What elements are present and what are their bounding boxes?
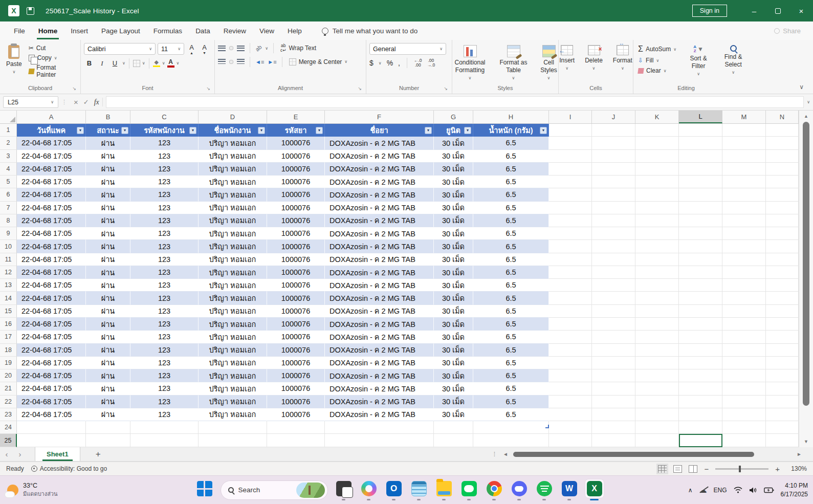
cell-J5[interactable] (592, 176, 635, 188)
cell-L15[interactable] (679, 305, 722, 318)
cell-H9[interactable]: 6.5 (473, 227, 549, 240)
cell-N24[interactable] (766, 421, 799, 434)
discord-taskbar-button[interactable] (510, 479, 529, 500)
cell-C10[interactable]: 123 (130, 240, 199, 253)
cell-A13[interactable]: 22-04-68 17:05 (17, 279, 86, 292)
row-header-10[interactable]: 10 (0, 240, 17, 253)
cell-A8[interactable]: 22-04-68 17:05 (17, 214, 86, 227)
sort-filter-button[interactable]: AZ▼ Sort & Filter∨ (683, 43, 714, 79)
cell-C24[interactable] (130, 421, 199, 434)
cell-L20[interactable] (679, 369, 722, 382)
cell-H25[interactable] (473, 434, 549, 447)
cell-M25[interactable] (722, 434, 766, 447)
filter-dropdown-icon[interactable]: ▼ (540, 127, 547, 134)
cell-A21[interactable]: 22-04-68 17:05 (17, 382, 86, 395)
cell-L6[interactable] (679, 188, 722, 201)
cell-J19[interactable] (592, 357, 635, 369)
cell-J14[interactable] (592, 292, 635, 304)
cell-G1[interactable]: ยูนิต▼ (434, 124, 473, 137)
cell-B10[interactable]: ผ่าน (86, 240, 130, 253)
column-header-L[interactable]: L (679, 111, 722, 123)
cell-J9[interactable] (592, 227, 635, 240)
ribbon-tab-home[interactable]: Home (32, 23, 64, 39)
cell-N23[interactable] (766, 408, 799, 421)
cell-F16[interactable]: DOXAzosin - ค 2 MG TAB (325, 318, 434, 331)
cell-H22[interactable]: 6.5 (473, 396, 549, 408)
cell-H15[interactable]: 6.5 (473, 305, 549, 318)
cell-I22[interactable] (549, 396, 592, 408)
decrease-font-icon[interactable]: A▼ (199, 43, 210, 54)
cell-C22[interactable]: 123 (130, 396, 199, 408)
cell-L24[interactable] (679, 421, 722, 434)
align-top-icon[interactable] (218, 46, 226, 51)
cell-E22[interactable]: 1000076 (267, 396, 325, 408)
cell-E9[interactable]: 1000076 (267, 227, 325, 240)
cell-A9[interactable]: 22-04-68 17:05 (17, 227, 86, 240)
cell-D8[interactable]: ปริญา หอมเอก (199, 214, 267, 227)
cell-D25[interactable] (199, 434, 267, 447)
cell-H1[interactable]: น้ำหนัก (กรัม)▼ (473, 124, 549, 137)
cell-L4[interactable] (679, 163, 722, 176)
cell-K5[interactable] (635, 176, 679, 188)
cell-H24[interactable] (473, 421, 549, 434)
cell-G9[interactable]: 30 เม็ด (434, 227, 473, 240)
cell-J22[interactable] (592, 396, 635, 408)
cell-I18[interactable] (549, 344, 592, 357)
cell-C14[interactable]: 123 (130, 292, 199, 304)
fill-color-button[interactable]: ◆ (153, 59, 160, 68)
format-as-table-button[interactable]: Format as Table∨ (495, 43, 533, 83)
row-header-22[interactable]: 22 (0, 396, 17, 408)
row-header-8[interactable]: 8 (0, 214, 17, 227)
cell-F21[interactable]: DOXAzosin - ค 2 MG TAB (325, 382, 434, 395)
cell-J20[interactable] (592, 369, 635, 382)
cell-G18[interactable]: 30 เม็ด (434, 344, 473, 357)
cell-J4[interactable] (592, 163, 635, 176)
increase-font-icon[interactable]: A▲ (186, 43, 197, 54)
cell-E10[interactable]: 1000076 (267, 240, 325, 253)
zoom-slider-handle[interactable] (739, 466, 741, 472)
cell-N4[interactable] (766, 163, 799, 176)
ribbon-tab-data[interactable]: Data (189, 23, 217, 39)
cell-M9[interactable] (722, 227, 766, 240)
cell-F20[interactable]: DOXAzosin - ค 2 MG TAB (325, 369, 434, 382)
filter-dropdown-icon[interactable]: ▼ (316, 127, 323, 134)
fill-button[interactable]: ⇩Fill∨ (636, 56, 678, 64)
cell-D11[interactable]: ปริญา หอมเอก (199, 253, 267, 266)
cell-F19[interactable]: DOXAzosin - ค 2 MG TAB (325, 357, 434, 369)
cell-F24[interactable] (325, 421, 434, 434)
copilot-taskbar-button[interactable] (360, 479, 378, 500)
row-header-18[interactable]: 18 (0, 344, 17, 357)
cell-G22[interactable]: 30 เม็ด (434, 396, 473, 408)
cell-B1[interactable]: สถานะ▼ (86, 124, 130, 137)
cell-L23[interactable] (679, 408, 722, 421)
cell-B11[interactable]: ผ่าน (86, 253, 130, 266)
cell-K22[interactable] (635, 396, 679, 408)
horizontal-scroll-thumb[interactable] (513, 452, 754, 457)
cell-H17[interactable]: 6.5 (473, 331, 549, 343)
cell-K4[interactable] (635, 163, 679, 176)
scroll-up-icon[interactable]: ▲ (799, 111, 813, 122)
row-header-2[interactable]: 2 (0, 137, 17, 149)
cell-I24[interactable] (549, 421, 592, 434)
cell-H4[interactable]: 6.5 (473, 163, 549, 176)
cell-L17[interactable] (679, 331, 722, 343)
cell-C12[interactable]: 123 (130, 266, 199, 279)
cell-B7[interactable]: ผ่าน (86, 202, 130, 214)
row-header-9[interactable]: 9 (0, 227, 17, 240)
conditional-formatting-button[interactable]: Conditional Formatting∨ (448, 43, 493, 83)
cell-F8[interactable]: DOXAzosin - ค 2 MG TAB (325, 214, 434, 227)
cell-E16[interactable]: 1000076 (267, 318, 325, 331)
vertical-scroll-thumb[interactable] (803, 122, 809, 406)
cell-I8[interactable] (549, 214, 592, 227)
cell-K24[interactable] (635, 421, 679, 434)
cell-G5[interactable]: 30 เม็ด (434, 176, 473, 188)
cell-H7[interactable]: 6.5 (473, 202, 549, 214)
cell-D14[interactable]: ปริญา หอมเอก (199, 292, 267, 304)
cell-D5[interactable]: ปริญา หอมเอก (199, 176, 267, 188)
cell-E14[interactable]: 1000076 (267, 292, 325, 304)
row-header-6[interactable]: 6 (0, 188, 17, 201)
cell-G11[interactable]: 30 เม็ด (434, 253, 473, 266)
alignment-dialog-launcher[interactable]: ↘ (358, 86, 362, 91)
cell-M16[interactable] (722, 318, 766, 331)
cell-B21[interactable]: ผ่าน (86, 382, 130, 395)
